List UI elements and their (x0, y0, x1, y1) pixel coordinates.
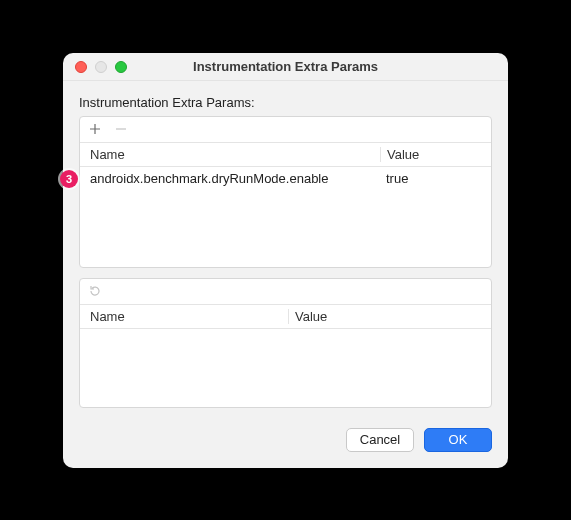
table-body-bottom (80, 329, 491, 407)
section-label: Instrumentation Extra Params: (79, 95, 492, 110)
column-header-name[interactable]: Name (80, 309, 288, 324)
params-panel-top: 3 Name Value androidx.benchmark.dryRunMo… (79, 116, 492, 268)
titlebar: Instrumentation Extra Params (63, 53, 508, 81)
step-badge: 3 (60, 170, 78, 188)
revert-icon[interactable] (88, 284, 102, 298)
table-header-bottom: Name Value (80, 305, 491, 329)
table-header-top: Name Value (80, 143, 491, 167)
window-controls (75, 61, 127, 73)
table-body-top: androidx.benchmark.dryRunMode.enable tru… (80, 167, 491, 267)
params-panel-bottom: Name Value (79, 278, 492, 408)
add-icon[interactable] (88, 122, 102, 136)
zoom-icon[interactable] (115, 61, 127, 73)
dialog-buttons: Cancel OK (79, 428, 492, 452)
cell-name[interactable]: androidx.benchmark.dryRunMode.enable (80, 171, 380, 186)
window-title: Instrumentation Extra Params (63, 59, 508, 74)
column-header-name[interactable]: Name (80, 147, 380, 162)
ok-button[interactable]: OK (424, 428, 492, 452)
toolbar-top (80, 117, 491, 143)
table-row[interactable]: androidx.benchmark.dryRunMode.enable tru… (80, 167, 491, 191)
column-header-value[interactable]: Value (380, 147, 491, 162)
remove-icon[interactable] (114, 122, 128, 136)
column-header-value[interactable]: Value (288, 309, 491, 324)
cancel-button[interactable]: Cancel (346, 428, 414, 452)
close-icon[interactable] (75, 61, 87, 73)
dialog-window: Instrumentation Extra Params Instrumenta… (63, 53, 508, 468)
cell-value[interactable]: true (380, 171, 491, 186)
toolbar-bottom (80, 279, 491, 305)
dialog-content: Instrumentation Extra Params: 3 Name Val… (63, 81, 508, 468)
minimize-icon (95, 61, 107, 73)
